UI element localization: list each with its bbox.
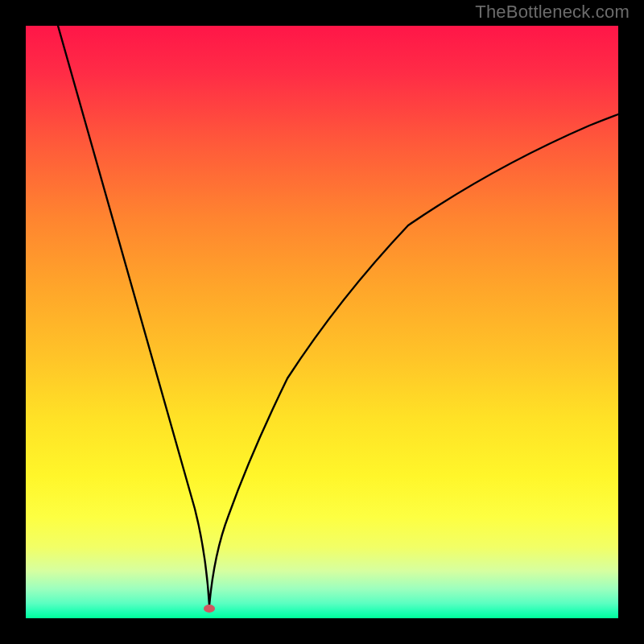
chart-frame: TheBottleneck.com <box>0 0 644 644</box>
watermark: TheBottleneck.com <box>475 2 630 23</box>
bottleneck-curve <box>58 26 618 605</box>
minimum-marker <box>204 605 215 613</box>
curve-layer <box>26 26 618 618</box>
